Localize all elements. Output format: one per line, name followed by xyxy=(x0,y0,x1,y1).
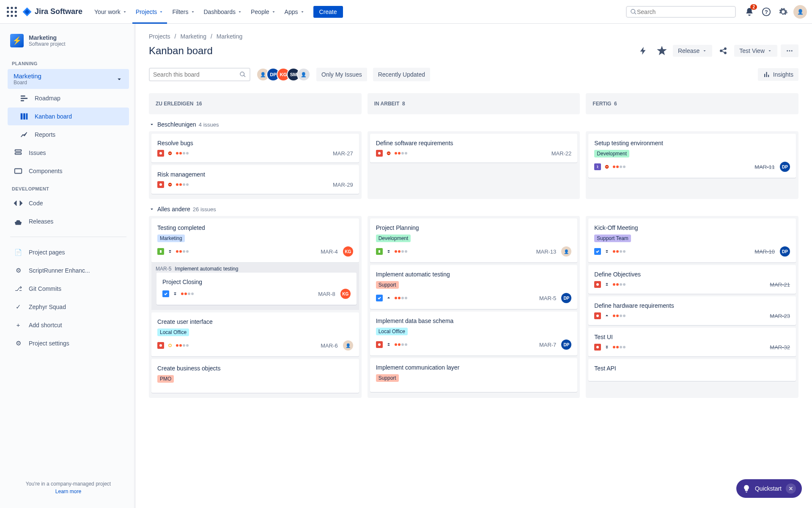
issue-card[interactable]: Project Closing MAR-8 KG xyxy=(156,273,357,305)
app-switcher-icon[interactable] xyxy=(5,5,19,19)
close-icon[interactable] xyxy=(786,483,796,494)
issue-card[interactable]: Risk management MAR-29 xyxy=(151,165,359,194)
chevron-down-icon xyxy=(122,9,127,14)
breadcrumb-link[interactable]: Marketing xyxy=(217,33,242,40)
create-button[interactable]: Create xyxy=(313,6,343,18)
board-column[interactable]: Project Planning Development MAR-13 👤 Im… xyxy=(368,216,580,398)
issue-card[interactable]: Setup testing environment Development MA… xyxy=(588,134,796,178)
board-column[interactable]: Setup testing environment Development MA… xyxy=(586,131,798,199)
view-button[interactable]: Test View xyxy=(734,45,777,57)
priority-high-icon xyxy=(385,295,392,301)
product-logo[interactable]: Jira Software xyxy=(22,7,82,17)
sidebar-item-issues[interactable]: Issues xyxy=(8,144,129,162)
nav-item-filters[interactable]: Filters xyxy=(169,0,198,24)
help-icon[interactable]: ? xyxy=(760,5,773,19)
issue-card[interactable]: Create business objectsPMO xyxy=(151,359,359,393)
board-column[interactable]: Kick-Off Meeting Support Team MAR-10 DP … xyxy=(586,216,798,398)
breadcrumb-link[interactable]: Projects xyxy=(149,33,170,40)
svg-point-8 xyxy=(15,14,17,17)
global-search-input[interactable] xyxy=(637,8,732,15)
svg-rect-16 xyxy=(26,113,28,120)
issue-key: MAR-10 xyxy=(754,248,775,255)
reports-icon xyxy=(19,130,29,139)
more-actions-icon[interactable] xyxy=(781,44,798,57)
share-icon[interactable] xyxy=(716,43,731,58)
assignee-avatar[interactable]: 👤 xyxy=(343,340,353,351)
sidebar-item-releases[interactable]: Releases xyxy=(8,213,129,230)
sidebar-item-kanban-board[interactable]: Kanban board xyxy=(8,108,129,125)
automation-icon[interactable] xyxy=(636,43,651,58)
nav-item-people[interactable]: People xyxy=(247,0,280,24)
sidebar-item-project-settings[interactable]: ⚙Project settings xyxy=(8,334,129,352)
svg-rect-17 xyxy=(15,150,22,152)
sidebar-item-code[interactable]: Code xyxy=(8,194,129,212)
parent-issue-row[interactable]: MAR-5Implement automatic testing xyxy=(151,263,359,273)
nav-item-projects[interactable]: Projects xyxy=(132,0,167,24)
breadcrumb-link[interactable]: Marketing xyxy=(180,33,206,40)
svg-point-31 xyxy=(791,50,793,52)
issue-card[interactable]: Test API xyxy=(588,359,796,381)
issue-key: MAR-4 xyxy=(321,248,337,255)
assignee-avatar[interactable]: DP xyxy=(780,246,790,257)
sidebar-item-scriptrunner-enhanc-[interactable]: ⚙ScriptRunner Enhanc... xyxy=(8,262,129,279)
sidebar-item-reports[interactable]: Reports xyxy=(8,126,129,144)
issue-card[interactable]: Implement automatic testing Support MAR-… xyxy=(370,265,578,309)
star-icon[interactable] xyxy=(654,43,669,58)
sidebar-item-project-pages[interactable]: 📄Project pages xyxy=(8,243,129,261)
notifications-icon[interactable]: 2 xyxy=(743,5,756,19)
issue-card[interactable]: Define Objectives MAR-21 xyxy=(588,265,796,294)
release-button[interactable]: Release xyxy=(673,45,712,57)
issue-key: MAR-8 xyxy=(318,291,335,297)
assignee-filter-avatars[interactable]: 👤DPKGSM👤 xyxy=(256,68,310,81)
issue-title: Implement automatic testing xyxy=(376,271,572,278)
board-search[interactable] xyxy=(149,68,250,81)
issue-card[interactable]: Testing completed Marketing MAR-4 KG xyxy=(151,218,359,262)
issue-card[interactable]: Implement data base schema Local Office … xyxy=(370,312,578,356)
issue-card[interactable]: Create user interface Local Office MAR-6… xyxy=(151,312,359,356)
swimlane-toggle[interactable]: Alles andere 26 issues xyxy=(149,206,798,213)
project-header[interactable]: ⚡ Marketing Software project xyxy=(7,34,130,47)
assignee-avatar[interactable]: DP xyxy=(561,340,571,350)
issue-card[interactable]: Kick-Off Meeting Support Team MAR-10 DP xyxy=(588,218,796,262)
nav-item-your-work[interactable]: Your work xyxy=(91,0,131,24)
sidebar-learn-more-link[interactable]: Learn more xyxy=(10,489,126,494)
settings-icon[interactable] xyxy=(776,5,790,19)
development-section-label: DEVELOPMENT xyxy=(7,184,130,194)
board-column[interactable]: Resolve bugs MAR-27 Risk management MAR-… xyxy=(149,131,362,199)
quickstart-button[interactable]: Quickstart xyxy=(736,479,802,498)
issue-card[interactable]: Test UI MAR-32 xyxy=(588,328,796,356)
assignee-avatar[interactable]: DP xyxy=(561,293,571,303)
assignee-avatar[interactable]: KG xyxy=(343,246,353,257)
jira-logo-icon xyxy=(22,7,32,17)
global-search[interactable] xyxy=(626,6,736,18)
assignee-avatar[interactable]: DP xyxy=(780,162,790,172)
sidebar-item-components[interactable]: Components xyxy=(8,162,129,180)
issue-card[interactable]: Implement communication layerSupport xyxy=(370,358,578,392)
avatar-filter[interactable]: 👤 xyxy=(297,68,310,81)
issue-card[interactable]: Resolve bugs MAR-27 xyxy=(151,134,359,163)
issue-card[interactable]: Define software requirements MAR-22 xyxy=(370,134,578,163)
issue-card[interactable]: Project Planning Development MAR-13 👤 xyxy=(370,218,578,262)
nav-item-dashboards[interactable]: Dashboards xyxy=(200,0,246,24)
board-search-input[interactable] xyxy=(153,71,239,78)
board-selector[interactable]: Marketing Board xyxy=(8,69,129,89)
assignee-avatar[interactable]: 👤 xyxy=(561,246,571,257)
board-column[interactable]: Testing completed Marketing MAR-4 KG MAR… xyxy=(149,216,362,398)
board-icon xyxy=(19,112,29,121)
only-my-issues-button[interactable]: Only My Issues xyxy=(316,68,367,81)
sidebar-item-zephyr-squad[interactable]: ✓Zephyr Squad xyxy=(8,298,129,316)
nav-item-apps[interactable]: Apps xyxy=(281,0,308,24)
sidebar-item-git-commits[interactable]: ⎇Git Commits xyxy=(8,280,129,298)
issue-card[interactable]: Define hardware requirements MAR-23 xyxy=(588,296,796,325)
issue-tag: Marketing xyxy=(157,235,185,242)
sidebar-item-add-shortcut[interactable]: +Add shortcut xyxy=(8,316,129,334)
insights-button[interactable]: Insights xyxy=(758,68,798,81)
assignee-avatar[interactable]: KG xyxy=(340,289,351,299)
issue-title: Resolve bugs xyxy=(157,140,353,146)
sidebar-item-roadmap[interactable]: Roadmap xyxy=(8,89,129,107)
user-avatar[interactable]: 👤 xyxy=(793,5,807,19)
board-column[interactable]: Define software requirements MAR-22 xyxy=(368,131,580,199)
recently-updated-button[interactable]: Recently Updated xyxy=(373,68,430,81)
svg-rect-42 xyxy=(606,166,608,167)
swimlane-toggle[interactable]: Beschleunigen 4 issues xyxy=(149,121,798,128)
